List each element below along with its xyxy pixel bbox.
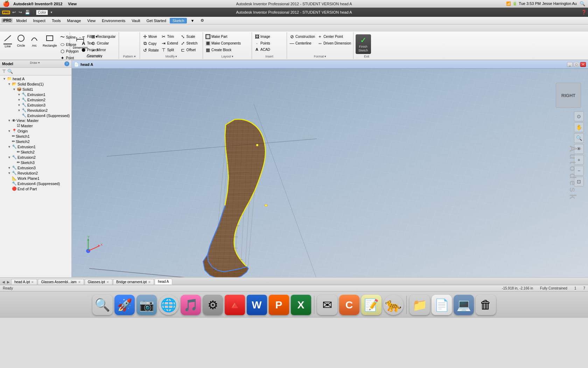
rectangular-btn[interactable]: ⊞Rectangular [90, 34, 117, 40]
dock-finder2[interactable]: 📁 [410, 295, 430, 315]
tree-item[interactable]: 📐 Work Plane1 [0, 176, 71, 181]
dropdown-arrow[interactable]: ▼ [49, 10, 54, 15]
insert-footer[interactable]: Insert [253, 55, 285, 59]
tree-expand[interactable]: ▼ [8, 171, 11, 175]
tree-expand[interactable]: ▼ [8, 129, 11, 133]
tree-item[interactable]: ☑ Master [0, 123, 71, 128]
ribbon-btn-arc[interactable]: Arc [28, 34, 41, 48]
copy-btn[interactable]: ⧉Copy [141, 40, 159, 47]
help-btn[interactable]: ❓ [581, 10, 587, 15]
tab-head-a[interactable]: head A [155, 279, 172, 285]
menu-getstarted[interactable]: Get Started [144, 18, 169, 23]
construction-btn[interactable]: ⊘Construction [288, 34, 316, 40]
restore-btn[interactable]: □ [574, 62, 579, 67]
menu-tools[interactable]: Tools [49, 18, 64, 23]
filter-icon[interactable]: ⊤ [2, 69, 6, 74]
modify-footer[interactable]: Modify ▾ [141, 55, 201, 59]
dock-image-capture[interactable]: 📷 [136, 295, 157, 315]
menu-sketch[interactable]: Sketch [170, 18, 187, 23]
tree-expand[interactable]: ▼ [18, 109, 21, 112]
tree-item[interactable]: ▼ 📂 Solid Bodies(1) [0, 81, 71, 87]
menu-ipro[interactable]: iPRO [1, 18, 13, 23]
driven-dimension-btn[interactable]: ↔Driven Dimension [316, 40, 352, 46]
dock-trash[interactable]: 🗑 [476, 295, 496, 315]
circular-btn[interactable]: ⊙Circular [90, 40, 117, 46]
tab-glasses-ipt[interactable]: Glasses.ipt ✕ [85, 279, 112, 285]
dock-notes[interactable]: 📝 [361, 295, 382, 315]
tree-item[interactable]: ▼ 🔧 Extrusion1 [0, 144, 71, 149]
tree-item[interactable]: ✏ Sketch2 [0, 139, 71, 144]
dock-word[interactable]: W [247, 295, 267, 315]
mirror-btn[interactable]: ⫠Mirror [90, 47, 117, 53]
tree-expand[interactable]: ▼ [13, 88, 16, 91]
tree-item[interactable]: ✏ Sketch3 [0, 160, 71, 165]
dock-leopard[interactable]: 🐆 [383, 295, 404, 315]
tree-expand[interactable]: ▼ [8, 145, 11, 149]
constrain-footer[interactable]: Constrain ▾ [71, 55, 117, 59]
draw-dropdown[interactable]: ▾ [38, 61, 40, 64]
dock-c-app[interactable]: C [339, 295, 359, 315]
center-point-btn[interactable]: +Center Point [316, 34, 352, 40]
tab-head-a-ipt-close[interactable]: ✕ [31, 280, 34, 284]
tab-bridge-ornament[interactable]: Bridge ornament.ipt ✕ [113, 279, 154, 285]
menu-settings[interactable]: ⚙ [198, 18, 207, 23]
split-btn[interactable]: ⊤Split [160, 47, 178, 53]
tree-item[interactable]: ▼ 🔧 Extrusion2 [0, 155, 71, 160]
layout-footer[interactable]: Layout ▾ [204, 55, 250, 59]
dock-documents[interactable]: 📄 [432, 295, 452, 315]
tab-head-a-ipt[interactable]: head A.ipt ✕ [11, 279, 37, 285]
dock-finder[interactable]: 🔍 [92, 295, 113, 315]
tab-glasses-assembly[interactable]: Glasses Assembl...iam ✕ [38, 279, 84, 285]
draw-section-footer[interactable]: Draw ▾ [1, 61, 68, 65]
menu-dropdown[interactable]: ▼ [188, 18, 197, 23]
tree-item[interactable]: ▼ 👁 View: Master [0, 118, 71, 123]
format-footer[interactable]: Format ▾ [288, 55, 352, 59]
move-btn[interactable]: ✛Move [141, 34, 159, 40]
nav-cube[interactable]: RIGHT [556, 83, 581, 108]
offset-btn[interactable]: ⊏Offset [180, 47, 198, 53]
close-btn[interactable]: ✕ [580, 62, 586, 67]
undo-btn[interactable]: ↩ [12, 9, 16, 15]
dock-itunes[interactable]: 🎵 [181, 295, 201, 315]
menu-manage[interactable]: Manage [64, 18, 84, 23]
tree-item[interactable]: 🔧 Extrusion4 (Suppressed) [0, 113, 71, 118]
viewport[interactable]: RIGHT ⊙ ✋ 🔍 👁 + − ⊡ [72, 69, 588, 277]
tree-item[interactable]: ▼ 🔧 Extrusion1 [0, 92, 71, 97]
centerline-btn[interactable]: —Centerline [288, 40, 316, 46]
make-part-btn[interactable]: 🔲Make Part [204, 34, 241, 40]
menu-environments[interactable]: Environments [99, 18, 128, 23]
tree-item[interactable]: ✏ Sketch1 [0, 134, 71, 139]
tree-expand[interactable]: ▼ [8, 166, 11, 170]
tree-item[interactable]: ▼ 📁 head A [0, 76, 71, 81]
constrain-dropdown[interactable]: ▾ [100, 55, 102, 58]
dock-inventor[interactable]: 🔺 [225, 295, 245, 315]
tree-item[interactable]: ▼ 🔧 Revolution2 [0, 170, 71, 176]
tree-item[interactable]: ▼ 🔧 Revolution2 [0, 108, 71, 113]
tree-item[interactable]: ▼ 🔧 Extrusion3 [0, 102, 71, 108]
tab-nav-right[interactable]: ▶ [6, 279, 10, 285]
trim-btn[interactable]: ✂Trim [160, 34, 178, 40]
color-selector[interactable]: Color [36, 10, 48, 15]
apple-menu[interactable]: 🍎 [3, 0, 10, 7]
save-btn[interactable]: 💾 [24, 9, 31, 15]
tree-expand[interactable]: ▼ [8, 119, 11, 122]
modify-dropdown[interactable]: ▾ [175, 55, 177, 58]
tree-item[interactable]: ▼ 📍 Origin [0, 128, 71, 134]
tree-item[interactable]: ▼ 🔧 Extrusion3 [0, 165, 71, 170]
rotate-btn[interactable]: ↺Rotate [141, 47, 159, 53]
pattern-dropdown[interactable]: ▾ [134, 55, 136, 58]
ribbon-btn-dimension[interactable]: ↔ Dimension [71, 34, 89, 50]
menu-model[interactable]: Model [13, 18, 29, 23]
tree-expand[interactable]: ▼ [8, 156, 11, 159]
minimize-btn[interactable]: _ [567, 62, 573, 67]
search-icon[interactable]: 🔍 [7, 69, 13, 74]
ribbon-btn-circle[interactable]: Circle [15, 34, 27, 48]
points-btn[interactable]: ·Points [253, 40, 271, 46]
create-block-btn[interactable]: ▦Create Block [204, 47, 241, 53]
tree-item[interactable]: ▼ 🔧 Extrusion2 [0, 97, 71, 102]
ribbon-btn-line[interactable]: Line [1, 34, 14, 49]
tab-nav-left[interactable]: ◀ [1, 279, 6, 285]
image-btn[interactable]: 🖼Image [253, 34, 271, 40]
scale-btn[interactable]: ⤡Scale [180, 34, 198, 40]
tab-glasses-assembly-close[interactable]: ✕ [78, 280, 81, 284]
